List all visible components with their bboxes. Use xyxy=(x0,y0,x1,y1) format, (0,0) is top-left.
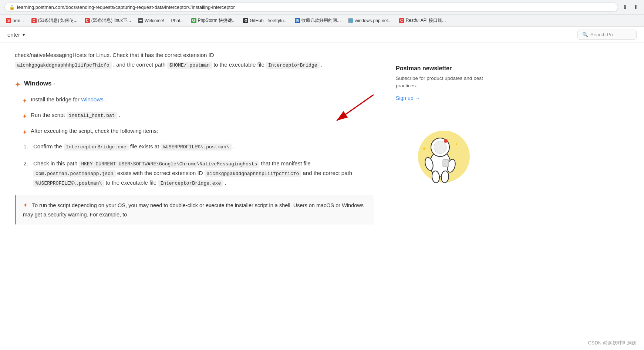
windows-link[interactable]: Windows xyxy=(81,96,104,102)
bookmark-favicon-github: ⚙ xyxy=(243,18,248,23)
intro-path-label: , and the correct path xyxy=(113,61,166,68)
item2-code5: InterceptorBridge.exe xyxy=(158,180,223,187)
windows-section-title: Windows - xyxy=(24,78,55,89)
home-path-code: $HOME/.postman xyxy=(167,62,212,69)
script-bullet: ✦ Run the script install_host.bat . xyxy=(22,110,374,121)
share-button[interactable]: ⬆ xyxy=(632,2,640,12)
bookmark-csdn2[interactable]: C (55条消息) linux下... xyxy=(82,16,134,25)
windows-section-icon: ✦ xyxy=(15,79,20,91)
bookmark-favicon-windows: 🌐 xyxy=(348,18,353,23)
item2-check: Check in this path xyxy=(33,160,79,166)
bookmark-label-csdn3: 收藏几款好用的网... xyxy=(301,17,341,24)
item2-text: Check in this path HKEY_CURRENT_USER\SOF… xyxy=(33,159,374,188)
item2-manifest: that the manifest file xyxy=(261,160,310,166)
bookmark-label-phal: Welcome! — Phal... xyxy=(145,18,184,23)
item1-code1: InterceptorBridge.exe xyxy=(64,144,129,151)
nav-right: 🔍 Search Po xyxy=(577,30,637,40)
bookmark-label-phpstorm: PhpStorm 快捷键... xyxy=(198,17,236,24)
download-button[interactable]: ⬇ xyxy=(621,2,629,12)
bookmarks-bar: S orm... C (51条消息) 如何使... C (55条消息) linu… xyxy=(0,15,644,27)
bookmark-restful[interactable]: C Restful API 接口规... xyxy=(396,16,448,25)
item2-to: to the executable file xyxy=(106,179,158,186)
note-box: ✦ To run the script depending on your OS… xyxy=(15,195,374,225)
bookmark-label-windows: windows.php.net... xyxy=(355,18,391,23)
after-executing-icon: ✦ xyxy=(22,127,27,137)
newsletter-desc: Subscribe for product updates and best p… xyxy=(396,75,485,90)
item2-code2: com.postman.postmanapp.json xyxy=(33,170,116,177)
intro-executable-label: to the executable file xyxy=(213,61,266,68)
item2-code4: %USERPROFILE%\.postman\ xyxy=(33,180,104,187)
install-bullet-container: ✦ Install the bridge for Windows . xyxy=(15,95,374,106)
windows-section-heading: ✦ Windows - xyxy=(15,78,374,91)
item1-code2: %USERPROFILE%\.postman\ xyxy=(161,144,231,151)
numbered-item-2: Check in this path HKEY_CURRENT_USER\SOF… xyxy=(30,159,374,188)
svg-point-13 xyxy=(444,139,448,143)
bookmark-phpstorm[interactable]: G PhpStorm 快捷键... xyxy=(188,16,239,25)
install-bullet: ✦ Install the bridge for Windows . xyxy=(22,95,374,106)
bookmark-label-csdn1: (51条消息) 如何使... xyxy=(38,17,78,24)
script-bullet-text: Run the script install_host.bat . xyxy=(31,110,374,120)
browser-bar: 🔒 learning.postman.com/docs/sending-requ… xyxy=(0,0,644,15)
item1-confirm: Confirm the xyxy=(33,143,64,149)
bookmark-csdn1[interactable]: C (51条消息) 如何使... xyxy=(28,16,80,25)
after-executing-bullet: ✦ After executing the script, check the … xyxy=(22,126,374,137)
search-box[interactable]: 🔍 Search Po xyxy=(577,30,637,40)
intro-check-text: check/nativeMessagingHosts for Linux. Ch… xyxy=(15,52,214,58)
install-host-code: install_host.bat xyxy=(67,112,117,119)
lock-icon: 🔒 xyxy=(9,5,15,10)
astronaut-illustration: ✦ ✦ xyxy=(411,112,470,186)
install-bullet-icon: ✦ xyxy=(22,96,27,106)
item1-middle: file exists at xyxy=(130,143,161,149)
bookmark-favicon-csdn3: 收 xyxy=(295,18,300,23)
item1-period: . xyxy=(233,143,235,149)
item1-text: Confirm the InterceptorBridge.exe file e… xyxy=(33,142,374,151)
nav-left: enter ▼ xyxy=(7,31,26,38)
note-text: To run the script depending on your OS, … xyxy=(23,202,364,218)
signup-link[interactable]: Sign up → xyxy=(396,95,485,101)
bookmark-favicon-phpstorm: G xyxy=(191,18,196,23)
svg-rect-10 xyxy=(443,159,449,167)
script-bullet-icon: ✦ xyxy=(22,111,27,121)
numbered-item-1: Confirm the InterceptorBridge.exe file e… xyxy=(30,142,374,151)
bookmark-windows[interactable]: 🌐 windows.php.net... xyxy=(345,17,394,24)
bookmark-favicon-restful: C xyxy=(399,18,404,23)
item2-exists: exists with the correct extension ID xyxy=(117,170,205,176)
numbered-list: Confirm the InterceptorBridge.exe file e… xyxy=(30,142,374,188)
search-icon: 🔍 xyxy=(582,32,588,37)
bookmark-csdn3[interactable]: 收 收藏几款好用的网... xyxy=(292,16,344,25)
item2-and: and the correct path xyxy=(303,170,352,176)
install-bullet-period: . xyxy=(105,96,107,102)
sidebar-right: Postman newsletter Subscribe for product… xyxy=(388,43,492,339)
red-arrow-annotation xyxy=(311,87,385,132)
install-bullet-text: Install the bridge for Windows . xyxy=(31,95,374,104)
bookmark-label-storm: orm... xyxy=(13,18,24,23)
bookmark-storm[interactable]: S orm... xyxy=(3,17,27,24)
astronaut-container: ✦ ✦ xyxy=(396,112,485,186)
main-layout: check/nativeMessagingHosts for Linux. Ch… xyxy=(0,43,644,339)
item2-code3: aicmkgpgakddgnaphhhpliifpcfhicfo xyxy=(205,170,301,177)
bookmark-favicon-csdn2: C xyxy=(85,18,90,23)
svg-text:✦: ✦ xyxy=(455,142,458,146)
interceptorbridge-code: InterceptorBridge xyxy=(266,62,320,69)
item2-code1: HKEY_CURRENT_USER\SOFTWARE\Google\Chrome… xyxy=(79,161,259,168)
note-bullet-icon: ✦ xyxy=(23,202,28,208)
bookmark-github[interactable]: ⚙ GitHub - freefq/tu... xyxy=(240,17,290,24)
chevron-down-icon: ▼ xyxy=(21,32,26,37)
newsletter-card: Postman newsletter Subscribe for product… xyxy=(396,65,485,101)
bookmark-label-restful: Restful API 接口规... xyxy=(406,17,446,24)
bookmark-label-csdn2: (55条消息) linux下... xyxy=(91,17,131,24)
after-executing-text: After executing the script, check the fo… xyxy=(31,126,374,136)
svg-text:✦: ✦ xyxy=(422,146,426,152)
bookmark-label-github: GitHub - freefq/tu... xyxy=(250,18,287,23)
intro-period: . xyxy=(321,61,323,68)
extension-id-code: aicmkgpgakddgnaphhhpliifpcfhicfo xyxy=(15,62,112,69)
browser-url-bar[interactable]: 🔒 learning.postman.com/docs/sending-requ… xyxy=(4,3,618,12)
bookmark-favicon-storm: S xyxy=(6,18,11,23)
bookmark-phal[interactable]: ✒ Welcome! — Phal... xyxy=(135,17,187,24)
intro-paragraph: check/nativeMessagingHosts for Linux. Ch… xyxy=(15,50,374,70)
nav-bar: enter ▼ 🔍 Search Po xyxy=(0,27,644,43)
nav-dropdown[interactable]: enter ▼ xyxy=(7,31,26,38)
nav-dropdown-label: enter xyxy=(7,31,20,38)
url-text: learning.postman.com/docs/sending-reques… xyxy=(17,4,235,10)
item2-period: . xyxy=(225,179,226,186)
